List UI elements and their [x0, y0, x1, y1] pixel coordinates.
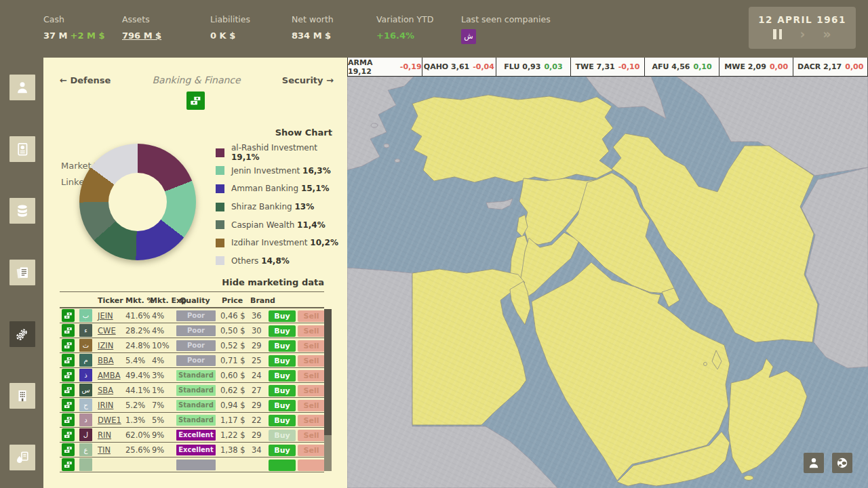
sidebar-item-commodities[interactable]: [9, 445, 35, 470]
sell-button[interactable]: Sell: [298, 325, 324, 337]
company-ticker-link[interactable]: CWE: [98, 326, 116, 336]
legend-label: Izdihar Investment 10,2%: [231, 238, 338, 247]
market-expansion-value: 4%: [152, 356, 164, 365]
sidebar-item-companies[interactable]: [9, 383, 35, 409]
trade-company-button[interactable]: [62, 443, 75, 456]
trade-company-button[interactable]: [62, 324, 75, 337]
sell-button[interactable]: Sell: [298, 340, 324, 352]
ticker-cell-qaho[interactable]: QAHO 3,61-0,04: [422, 58, 497, 76]
sidebar-item-industry[interactable]: [9, 321, 35, 347]
stock-ticker-bar: ARMA 19,12-0,19QAHO 3,61-0,04FLU 0,930,0…: [347, 58, 868, 77]
trade-company-button[interactable]: [62, 428, 75, 441]
buy-button[interactable]: Buy: [269, 445, 296, 456]
table-row-cwe: ءCWE28.2%4%0,50 $30PoorBuySell: [60, 323, 324, 338]
ticker-cell-flu[interactable]: FLU 0,930,03: [496, 58, 571, 76]
buy-button[interactable]: [269, 460, 296, 471]
cash-value: 37 M: [43, 30, 68, 41]
buy-button[interactable]: Buy: [269, 400, 296, 411]
map-globe-button[interactable]: [832, 453, 852, 473]
brand-value: 29: [252, 341, 262, 350]
company-ticker-link[interactable]: BBA: [98, 356, 114, 365]
play-button[interactable]: ›: [800, 29, 805, 39]
sidebar-item-news[interactable]: [9, 260, 35, 285]
trade-company-button[interactable]: [62, 458, 75, 471]
gears-icon: [16, 327, 29, 341]
ticker-symbol-price: FLU 0,93: [504, 62, 540, 71]
column-header-ticker: Ticker: [98, 296, 123, 305]
person-icon: [16, 81, 29, 94]
company-ticker-link[interactable]: DWE1: [98, 415, 121, 425]
company-ticker-link[interactable]: RIN: [98, 430, 111, 440]
stat-cash: Cash 37 M+2 M $: [43, 14, 105, 41]
last-seen-company-badge[interactable]: ش: [461, 29, 476, 44]
ticker-cell-dacr[interactable]: DACR 2,170,00: [793, 58, 868, 76]
brand-value: 36: [252, 311, 262, 321]
sell-button[interactable]: Sell: [298, 370, 324, 382]
market-expansion-value: 4%: [152, 311, 164, 321]
quality-badge: Excellent: [176, 445, 216, 455]
fast-forward-button[interactable]: »: [823, 29, 831, 39]
ticker-cell-arma[interactable]: ARMA 19,12-0,19: [347, 58, 422, 76]
buy-button[interactable]: Buy: [269, 415, 296, 426]
market-share-value: 49.4%: [125, 371, 151, 380]
company-ticker-link[interactable]: IZIN: [98, 341, 113, 350]
company-ticker-link[interactable]: IRIN: [98, 401, 113, 410]
table-row-amba: ذAMBA49.4%3%0,60 $24StandardBuySell: [60, 368, 324, 383]
buy-button[interactable]: Buy: [269, 430, 296, 441]
trade-company-button[interactable]: [62, 384, 75, 396]
company-ticker-link[interactable]: JEIN: [98, 311, 113, 321]
sell-button[interactable]: Sell: [298, 355, 324, 367]
show-chart-button[interactable]: Show Chart: [275, 127, 332, 138]
trade-sector-button[interactable]: [186, 92, 205, 110]
legend-item: Shiraz Banking 13%: [216, 198, 347, 216]
trade-company-button[interactable]: [62, 369, 75, 382]
island-socotra[interactable]: [744, 476, 753, 481]
buy-button[interactable]: Buy: [269, 310, 296, 322]
company-ticker-link[interactable]: SBA: [98, 386, 113, 395]
buy-button[interactable]: Buy: [269, 370, 296, 382]
quality-badge: Poor: [176, 355, 216, 366]
buy-button[interactable]: Buy: [269, 325, 296, 337]
hide-marketing-data-button[interactable]: Hide marketing data: [222, 277, 324, 287]
country-turkey[interactable]: [411, 95, 613, 182]
sell-button[interactable]: Sell: [298, 445, 324, 456]
company-ticker-link[interactable]: TIN: [98, 445, 111, 455]
sell-button[interactable]: [298, 460, 324, 471]
sell-button[interactable]: Sell: [298, 400, 324, 411]
banknotes-icon: [64, 430, 73, 439]
buy-button[interactable]: Buy: [269, 340, 296, 352]
country-bahrain[interactable]: [704, 363, 707, 366]
company-ticker-link[interactable]: AMBA: [98, 371, 121, 380]
world-map[interactable]: [347, 77, 868, 488]
legend-item: al-Rashid Investment 19,1%: [216, 144, 347, 162]
next-sector-link[interactable]: Security →: [282, 75, 334, 85]
companies-table: TickerMkt. %Mkt. Exp.QualityPriceBrand ب…: [60, 291, 324, 488]
brand-value: 24: [252, 371, 262, 380]
quality-badge: Excellent: [176, 430, 216, 441]
ticker-cell-twe[interactable]: TWE 7,31-0,10: [571, 58, 646, 76]
table-scrollbar[interactable]: [324, 309, 332, 471]
prev-sector-link[interactable]: ← Defense: [60, 75, 111, 85]
sidebar-item-market[interactable]: [9, 198, 35, 224]
map-population-button[interactable]: [804, 453, 824, 473]
assets-value[interactable]: 796 M $: [122, 30, 161, 41]
report-icon: [16, 142, 29, 156]
buy-button[interactable]: Buy: [269, 385, 296, 396]
buy-button[interactable]: Buy: [269, 355, 296, 367]
sell-button[interactable]: Sell: [298, 415, 324, 426]
trade-company-button[interactable]: [62, 413, 75, 426]
trade-company-button[interactable]: [62, 399, 75, 411]
sell-button[interactable]: Sell: [298, 430, 324, 441]
sell-button[interactable]: Sell: [298, 310, 324, 322]
sell-button[interactable]: Sell: [298, 385, 324, 396]
sidebar-item-reports[interactable]: [9, 136, 35, 162]
legend-item: Jenin Investment 16,3%: [216, 162, 347, 180]
sidebar-item-population[interactable]: [9, 75, 35, 100]
trade-company-button[interactable]: [62, 309, 75, 322]
trade-company-button[interactable]: [62, 339, 75, 352]
ticker-cell-afu[interactable]: AFU 4,560,10: [645, 58, 719, 76]
pause-button[interactable]: [773, 29, 782, 39]
scrollbar-thumb[interactable]: [324, 309, 332, 435]
ticker-cell-mwe[interactable]: MWE 2,090,00: [719, 58, 794, 76]
trade-company-button[interactable]: [62, 354, 75, 367]
